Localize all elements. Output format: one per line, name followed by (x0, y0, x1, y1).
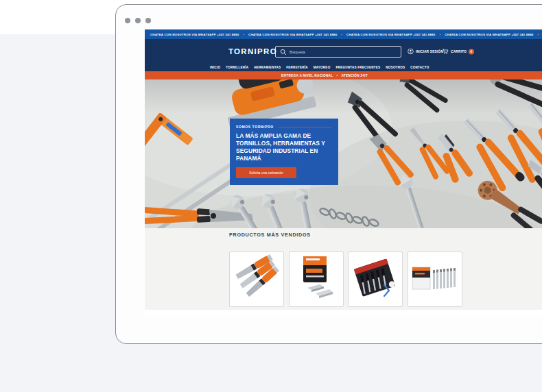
hero-overlay-card: SOMOS TORNIPRO LA MÁS AMPLIA GAMA DE TOR… (230, 119, 338, 185)
search-box[interactable] (275, 46, 401, 58)
nav-item-contacto[interactable]: CONTACTO (410, 66, 429, 69)
product-card-chisels[interactable] (229, 252, 284, 307)
window-dot[interactable] (125, 18, 130, 23)
file-set-blister-image (349, 252, 402, 306)
bestsellers-section: PRODUCTOS MÁS VENDIDOS (145, 228, 542, 310)
cart-icon (442, 49, 449, 55)
separator-dot: • (243, 33, 244, 36)
hero-banner: SOMOS TORNIPRO LA MÁS AMPLIA GAMA DE TOR… (145, 79, 542, 228)
cart-label: CARRITO (451, 50, 467, 53)
site-logo[interactable]: TORNIPRO (228, 47, 277, 56)
nav-item-mayoreo[interactable]: MAYOREO (314, 66, 331, 69)
whatsapp-banner[interactable]: CHATEA CON NOSOTROS VIA WHATSAPP +507 34… (145, 29, 542, 39)
nav-item-nosotros[interactable]: NOSOTROS (386, 66, 405, 69)
nav-item-preguntas-frecuentes[interactable]: PREGUNTAS FRECUENTES (335, 66, 380, 69)
announcement-hours: ATENCIÓN 24/7 (341, 74, 367, 77)
separator-dot: • (341, 33, 342, 36)
window-dot[interactable] (135, 18, 141, 23)
chevron-right-icon (383, 284, 391, 297)
product-card-staples[interactable] (289, 252, 344, 307)
cart-button[interactable]: CARRITO 0 (442, 49, 474, 55)
window-controls (125, 18, 151, 23)
site-header: TORNIPRO INICIAR SESIÓN (145, 39, 542, 64)
announcement-delivery: ENTREGA A NIVEL NACIONAL (281, 74, 333, 77)
nav-item-inicio[interactable]: INICIO (210, 66, 220, 69)
nav-item-tornilleria[interactable]: TORNILLERÍA (226, 66, 248, 69)
announcement-bar: ENTREGA A NIVEL NACIONAL • ATENCIÓN 24/7 (145, 71, 542, 79)
search-input[interactable] (290, 50, 397, 54)
search-icon (280, 49, 287, 56)
staples-box-image (290, 252, 343, 306)
nav-item-ferreteria[interactable]: FERRETERÍA (286, 66, 307, 69)
separator-dot: • (439, 33, 440, 36)
product-carousel (229, 252, 462, 307)
browser-window: CHATEA CON NOSOTROS VIA WHATSAPP +507 34… (115, 4, 542, 344)
whatsapp-message[interactable]: CHATEA CON NOSOTROS VIA WHATSAPP +507 34… (248, 33, 337, 36)
user-icon (408, 49, 414, 55)
window-dot[interactable] (145, 18, 151, 23)
whatsapp-message[interactable]: CHATEA CON NOSOTROS VIA WHATSAPP +507 34… (445, 33, 533, 36)
product-card-bits[interactable] (408, 252, 462, 307)
nav-item-herramientas[interactable]: HERRAMIENTAS (254, 66, 281, 69)
login-label: INICIAR SESIÓN (416, 50, 443, 53)
page-background: CHATEA CON NOSOTROS VIA WHATSAPP +507 34… (0, 0, 542, 392)
quote-button[interactable]: Solicita una cotización (236, 167, 296, 178)
hero-tools-photo (145, 79, 542, 228)
separator-dot: • (537, 33, 539, 36)
section-title: PRODUCTOS MÁS VENDIDOS (229, 232, 311, 238)
product-card-files[interactable] (348, 252, 403, 307)
main-nav: INICIOTORNILLERÍAHERRAMIENTASFERRETERÍAM… (145, 64, 542, 71)
chisel-set-image (230, 252, 283, 306)
announcement-text: ENTREGA A NIVEL NACIONAL • ATENCIÓN 24/7 (145, 71, 504, 79)
kicker-divider-line (279, 127, 331, 127)
bits-set-image (408, 252, 462, 306)
whatsapp-banner-track: CHATEA CON NOSOTROS VIA WHATSAPP +507 34… (145, 33, 542, 36)
cart-count-badge: 0 (469, 49, 474, 54)
whatsapp-message[interactable]: CHATEA CON NOSOTROS VIA WHATSAPP +507 34… (346, 33, 435, 36)
whatsapp-message[interactable]: CHATEA CON NOSOTROS VIA WHATSAPP +507 34… (150, 33, 239, 36)
separator-dot: • (336, 74, 338, 77)
login-button[interactable]: INICIAR SESIÓN (408, 49, 443, 55)
website-viewport: CHATEA CON NOSOTROS VIA WHATSAPP +507 34… (145, 29, 542, 317)
hero-kicker: SOMOS TORNIPRO (236, 125, 274, 129)
hero-heading: LA MÁS AMPLIA GAMA DE TORNILLOS, HERRAMI… (236, 132, 333, 162)
carousel-next-button[interactable] (383, 284, 391, 300)
